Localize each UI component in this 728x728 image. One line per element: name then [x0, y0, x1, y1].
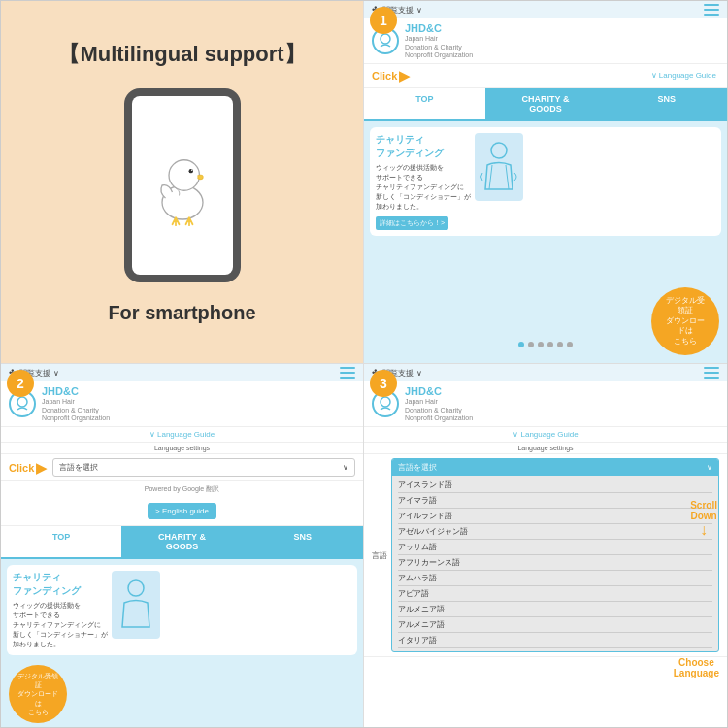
list-item[interactable]: アイマラ語: [398, 493, 712, 509]
lang-settings-br: Language settings: [364, 443, 727, 454]
hamburger-icon-bl[interactable]: [340, 367, 355, 379]
lang-select-row-br: 言語 言語を選択 ∨ アイスランド語アイマラ語アイルランド語アゼルバイジャン語ア…: [364, 454, 727, 657]
scroll-down-label: Scroll Down ↓: [690, 500, 717, 539]
charity-text-area-bl: チャリティファンディング ウィッグの援供活動をサポートできるチャリティファンディ…: [13, 571, 108, 649]
logo-text-block-br: JHD&C Japan Hair Donation & Charity Nonp…: [405, 385, 473, 422]
lang-settings-bl: Language settings: [1, 443, 363, 454]
select-chevron-bl: ∨: [343, 463, 348, 472]
svg-point-3: [190, 170, 191, 171]
language-list: アイスランド語アイマラ語アイルランド語アゼルバイジャン語アッサム語アフリカーンス…: [392, 476, 718, 652]
logo-sub2: Donation & Charity: [405, 44, 473, 51]
list-item[interactable]: イディッシュ語: [398, 648, 712, 652]
list-item[interactable]: アビア語: [398, 586, 712, 602]
digital-cert-btn-bl[interactable]: デジタル受領証ダウンロードはこちら: [9, 665, 67, 723]
dot-2: [528, 342, 534, 347]
nav-top[interactable]: TOP: [364, 88, 485, 121]
hamburger-icon-br[interactable]: [704, 367, 719, 379]
dropdown-header-text: 言語を選択: [398, 462, 437, 473]
dot-3: [538, 342, 544, 347]
svg-point-2: [188, 169, 192, 173]
nav-charity[interactable]: CHARITY &GOODS: [485, 88, 607, 121]
duck-illustration: [149, 142, 216, 229]
svg-point-1: [169, 160, 200, 191]
svg-point-4: [381, 34, 390, 44]
panel-step3: 3 ✤ 閲覧支援 ∨ JHD&C Japan Hair Donation & C…: [364, 364, 727, 727]
logo-name: JHD&C: [405, 22, 473, 35]
english-guide-row: > English guide: [1, 497, 363, 526]
list-item[interactable]: アルメニア語: [398, 602, 712, 617]
lang-guide-bl[interactable]: ∨ Language Guide: [1, 427, 363, 443]
hamburger-icon[interactable]: [704, 4, 719, 16]
lang-select-area-br: 言語 言語を選択 ∨ アイスランド語アイマラ語アイルランド語アゼルバイジャン語ア…: [364, 454, 727, 657]
logo-sub2-br: Donation & Charity: [405, 407, 473, 414]
phone-mockup: [124, 88, 241, 282]
detail-btn[interactable]: 詳細はこちらから！>: [376, 216, 448, 230]
browse-chevron-bl: ∨: [53, 369, 59, 378]
for-smartphone-label: For smartphone: [108, 302, 255, 324]
lang-select-row-bl: Click ▶ 言語を選択 ∨: [1, 454, 363, 481]
click-label-bl: Click ▶: [9, 460, 47, 476]
charity-card: チャリティファンディング ウィッグの援供活動をサポートできるチャリティファンディ…: [370, 127, 721, 236]
step-2-badge: 2: [7, 370, 34, 397]
lang-guide-row: Click ▶ ∨ Language Guide: [364, 64, 727, 88]
language-dropdown-br[interactable]: 言語を選択 ∨ アイスランド語アイマラ語アイルランド語アゼルバイジャン語アッサム…: [391, 458, 719, 652]
logo-text-block-bl: JHD&C Japan Hair Donation & Charity Nonp…: [42, 385, 110, 422]
panel-step2: 2 ✤ 閲覧支援 ∨ JHD&C Japan Hair Donation & C…: [1, 364, 364, 727]
list-item[interactable]: アルメニア語: [398, 617, 712, 633]
main-content-bl: チャリティファンディング ウィッグの援供活動をサポートできるチャリティファンディ…: [1, 559, 363, 661]
dot-5: [557, 342, 563, 347]
list-item[interactable]: アムハラ語: [398, 571, 712, 586]
browse-chevron-br: ∨: [416, 369, 422, 378]
list-item[interactable]: アゼルバイジャン語: [398, 524, 712, 540]
logo-sub2-bl: Donation & Charity: [42, 407, 110, 414]
click-arrow-icon: ▶: [399, 68, 410, 83]
logo-sub3-br: Nonprofit Organization: [405, 414, 473, 422]
charity-title: チャリティファンディング: [376, 133, 471, 160]
logo-sub3: Nonprofit Organization: [405, 51, 473, 59]
charity-card-bl: チャリティファンディング ウィッグの援供活動をサポートできるチャリティファンディ…: [7, 565, 357, 655]
charity-image: [475, 133, 523, 201]
logo-sub1: Japan Hair: [405, 35, 473, 43]
panel-step1: 1 ✤ 閲覧支援 ∨ JHD&C Japan Hair Donation & C…: [364, 1, 727, 364]
top-bar: ✤ 閲覧支援 ∨: [364, 1, 727, 18]
phone-screen: [132, 96, 233, 275]
logo-name-bl: JHD&C: [42, 385, 110, 398]
english-guide-btn[interactable]: > English guide: [148, 503, 216, 519]
charity-image-bl: [112, 571, 160, 639]
list-item[interactable]: アフリカーンス語: [398, 555, 712, 571]
svg-point-7: [128, 580, 144, 596]
click-arrow-icon-bl: ▶: [36, 460, 47, 476]
svg-point-5: [491, 143, 507, 158]
list-item[interactable]: アイスランド語: [398, 478, 712, 493]
site-header: JHD&C Japan Hair Donation & Charity Nonp…: [364, 18, 727, 64]
lang-guide-label[interactable]: ∨ Language Guide: [410, 68, 719, 83]
nav-sns[interactable]: SNS: [606, 88, 727, 121]
scroll-down-arrow-icon: ↓: [690, 521, 717, 539]
lang-guide-br[interactable]: ∨ Language Guide: [364, 427, 727, 443]
nav-charity-bl[interactable]: CHARITY &GOODS: [121, 526, 242, 559]
step-1-badge: 1: [370, 7, 397, 34]
svg-point-8: [381, 397, 390, 407]
nav-top-bl[interactable]: TOP: [1, 526, 121, 559]
logo-name-br: JHD&C: [405, 385, 473, 398]
site-header-br: JHD&C Japan Hair Donation & Charity Nonp…: [364, 381, 727, 427]
nav-sns-bl[interactable]: SNS: [243, 526, 363, 559]
site-nav-bl: TOP CHARITY &GOODS SNS: [1, 526, 363, 559]
site-nav: TOP CHARITY &GOODS SNS: [364, 88, 727, 121]
charity-body: ウィッグの援供活動をサポートできるチャリティファンディングに新しく「コンディショ…: [376, 163, 471, 212]
choose-language-label: Choose Language: [674, 657, 719, 678]
click-text-bl: Click: [9, 462, 34, 474]
digital-cert-btn[interactable]: デジタル受領証ダウンロードはこちら: [651, 287, 719, 355]
list-item[interactable]: アッサム語: [398, 540, 712, 555]
scroll-down-text: Scroll Down: [690, 500, 717, 521]
dot-4: [547, 342, 553, 347]
multilingual-title: 【Multilingual support】: [58, 40, 305, 69]
site-header-bl: JHD&C Japan Hair Donation & Charity Nonp…: [1, 381, 363, 427]
list-item[interactable]: イタリア語: [398, 633, 712, 648]
language-select-bl[interactable]: 言語を選択 ∨: [52, 458, 355, 477]
dropdown-header-br: 言語を選択 ∨: [392, 459, 718, 476]
charity-text-area: チャリティファンディング ウィッグの援供活動をサポートできるチャリティファンディ…: [376, 133, 471, 230]
dropdown-chevron: ∨: [707, 463, 712, 472]
list-item[interactable]: アイルランド語: [398, 509, 712, 524]
charity-title-bl: チャリティファンディング: [13, 571, 108, 598]
